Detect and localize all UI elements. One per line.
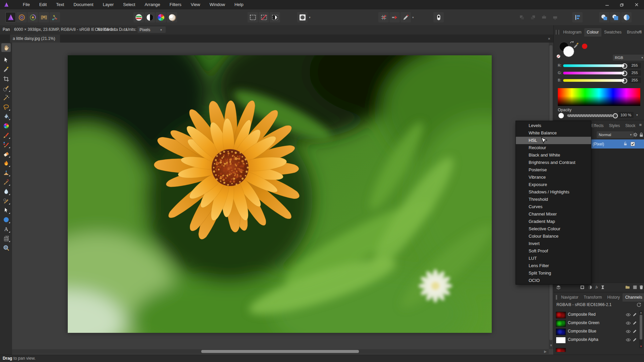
channel-row-partial[interactable] — [554, 346, 639, 352]
scroll-down-icon[interactable]: ▼ — [639, 345, 643, 348]
adjustment-item-invert[interactable]: Invert — [516, 240, 591, 247]
horizontal-scrollbar[interactable]: ▶ — [12, 349, 549, 354]
menu-layer[interactable]: Layer — [98, 0, 118, 9]
close-button[interactable] — [629, 0, 644, 9]
liquify-persona-button[interactable] — [16, 12, 27, 22]
folder-icon-icon[interactable] — [625, 285, 630, 290]
units-dropdown[interactable]: Pixels ▾ — [138, 26, 166, 33]
shape-tool[interactable] — [1, 215, 11, 224]
live-filter-icon[interactable] — [600, 285, 605, 290]
channels-scrollbar[interactable]: ▲ ▼ — [639, 311, 643, 348]
adjustment-item-black-and-white[interactable]: Black and White — [516, 152, 591, 159]
deselect-button[interactable] — [259, 12, 269, 22]
mask-icon[interactable] — [580, 285, 585, 290]
adjustment-item-hsl[interactable]: HSL — [516, 137, 591, 144]
menu-select[interactable]: Select — [118, 0, 140, 9]
g-value-box[interactable]: 255 — [628, 70, 641, 76]
adjustment-item-colour-balance[interactable]: Colour Balance — [516, 233, 591, 240]
adjustment-item-channel-mixer[interactable]: Channel Mixer — [516, 210, 591, 218]
chevron-down-icon[interactable]: ▾ — [636, 113, 638, 117]
menu-edit[interactable]: Edit — [35, 0, 51, 9]
adjustment-item-ocio[interactable]: OCIO — [516, 277, 591, 284]
restore-button[interactable] — [614, 0, 629, 9]
arrange-2-button[interactable] — [528, 12, 538, 22]
tone-mapping-persona-button[interactable] — [39, 12, 49, 22]
panel-menu-icon[interactable]: ≡ — [639, 123, 642, 127]
adjustment-item-vibrance[interactable]: Vibrance — [516, 174, 591, 181]
eye-icon[interactable] — [626, 329, 631, 334]
export-persona-button[interactable] — [50, 12, 60, 22]
pencil-icon[interactable] — [632, 337, 637, 342]
colour-picker-tool[interactable] — [1, 65, 11, 74]
layers-stack-icon[interactable] — [556, 285, 561, 290]
tab-swatches[interactable]: Swatches — [601, 28, 624, 37]
channel-row[interactable]: Composite Alpha — [554, 336, 639, 344]
b-slider-handle[interactable] — [622, 78, 627, 83]
menu-document[interactable]: Document — [69, 0, 98, 9]
lock-icon[interactable] — [638, 132, 644, 138]
opacity-slider[interactable] — [567, 114, 613, 117]
r-slider[interactable] — [563, 64, 624, 67]
adjustment-item-gradient-map[interactable]: Gradient Map — [516, 218, 591, 225]
pencil-icon[interactable] — [632, 312, 637, 317]
arrange-1-button[interactable] — [517, 12, 527, 22]
scroll-right-icon[interactable]: ▶ — [544, 350, 547, 353]
clone-brush-tool[interactable] — [1, 178, 11, 186]
menu-window[interactable]: Window — [205, 0, 230, 9]
selection-brush-tool[interactable] — [1, 84, 11, 93]
boolean-subtract-button[interactable] — [610, 12, 621, 22]
g-slider-handle[interactable] — [622, 71, 627, 76]
smudge-brush-tool[interactable] — [1, 168, 11, 177]
unlock-icon[interactable] — [623, 141, 628, 146]
assistant-button[interactable] — [433, 12, 444, 22]
document-tab[interactable]: a little daisy.jpg (21.1%) — [10, 35, 60, 43]
tab-stock[interactable]: Stock — [623, 122, 638, 130]
menu-view[interactable]: View — [186, 0, 205, 9]
tab-styles[interactable]: Styles — [606, 122, 623, 130]
adjustment-item-curves[interactable]: Curves — [516, 203, 591, 210]
adjustment-item-threshold[interactable]: Threshold — [516, 196, 591, 203]
tab-histogram[interactable]: Histogram — [560, 28, 584, 37]
panel-menu-icon[interactable]: ≡ — [639, 30, 642, 33]
adjustment-item-split-toning[interactable]: Split Toning — [516, 269, 591, 277]
scroll-down-icon[interactable]: ▼ — [549, 344, 553, 347]
alignment-button[interactable] — [572, 12, 583, 22]
colour-picker-icon[interactable] — [573, 42, 580, 49]
paint-brush-tool[interactable] — [1, 131, 11, 139]
g-slider[interactable] — [563, 72, 624, 74]
no-colour-swatch[interactable] — [556, 54, 561, 59]
chevron-down-icon[interactable]: ▾ — [309, 16, 311, 19]
gradient-tool[interactable] — [1, 121, 11, 130]
menu-help[interactable]: Help — [230, 0, 248, 9]
move-whole-pixels-button[interactable] — [389, 12, 400, 22]
flood-fill-tool[interactable] — [1, 112, 11, 121]
arrange-3-button[interactable] — [539, 12, 549, 22]
r-slider-handle[interactable] — [622, 63, 627, 69]
b-value-box[interactable]: 255 — [628, 77, 641, 83]
new-selection-button[interactable] — [248, 12, 258, 22]
colour-replacement-brush-tool[interactable] — [1, 140, 11, 149]
node-tool[interactable] — [1, 206, 11, 215]
layer-visibility-checkbox[interactable] — [630, 141, 635, 146]
eye-icon[interactable] — [626, 320, 631, 326]
tab-navigator[interactable]: Navigator — [558, 293, 581, 302]
adjustment-item-lens-filter[interactable]: Lens Filter — [516, 262, 591, 269]
adjustment-item-recolour[interactable]: Recolour — [516, 144, 591, 152]
horizontal-scrollbar-thumb[interactable] — [201, 350, 359, 353]
boolean-add-button[interactable] — [599, 12, 609, 22]
adjustment-item-shadows-highlights[interactable]: Shadows / Highlights — [516, 188, 591, 196]
r-value-box[interactable]: 255 — [628, 63, 641, 68]
auto-levels-button[interactable] — [133, 12, 144, 22]
snapping-grid-button[interactable] — [378, 12, 389, 22]
refresh-icon[interactable] — [636, 302, 641, 307]
adjustment-item-lut[interactable]: LUT — [516, 255, 591, 262]
arrange-4-button[interactable] — [550, 12, 560, 22]
scroll-up-icon[interactable]: ▲ — [639, 311, 643, 314]
zoom-tool[interactable] — [1, 243, 11, 252]
crop-tool[interactable] — [1, 74, 11, 83]
channel-row[interactable]: Composite Red — [554, 311, 639, 319]
auto-contrast-button[interactable] — [145, 12, 155, 22]
boolean-divide-button[interactable] — [621, 12, 632, 22]
blend-mode-dropdown[interactable]: Normal ▾ — [597, 131, 634, 138]
pencil-icon[interactable] — [632, 320, 637, 325]
